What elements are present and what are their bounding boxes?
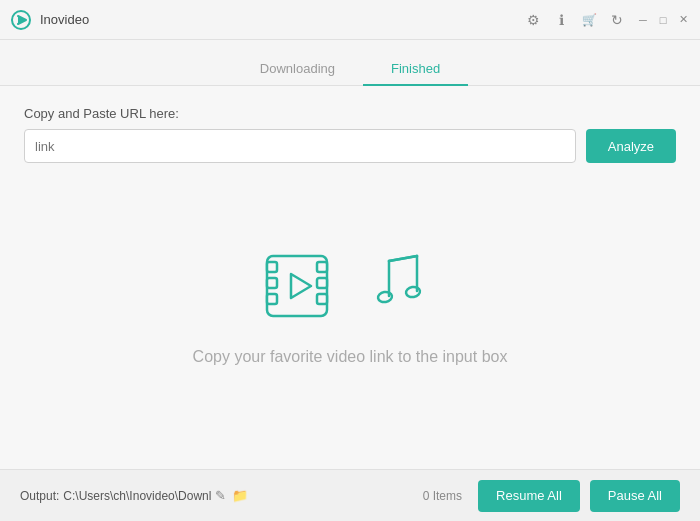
tab-finished[interactable]: Finished: [363, 53, 468, 86]
url-input[interactable]: [24, 129, 576, 163]
app-logo: [10, 9, 32, 31]
folder-icon[interactable]: 📁: [232, 488, 248, 503]
output-icon-group: ✎ 📁: [215, 488, 248, 503]
empty-state-icon: [263, 246, 437, 326]
svg-rect-4: [267, 294, 277, 304]
resume-all-button[interactable]: Resume All: [478, 480, 580, 512]
status-bar: Output: C:\Users\ch\Inovideo\Downl ✎ 📁 0…: [0, 469, 700, 521]
main-content: Copy and Paste URL here: Analyze: [0, 86, 700, 469]
refresh-icon[interactable]: ↻: [608, 11, 626, 29]
svg-rect-3: [267, 278, 277, 288]
titlebar-icon-group: ⚙ ℹ 🛒 ↻: [524, 11, 626, 29]
info-icon[interactable]: ℹ: [552, 11, 570, 29]
empty-state-text: Copy your favorite video link to the inp…: [193, 348, 508, 366]
status-buttons: Resume All Pause All: [478, 480, 680, 512]
edit-path-icon[interactable]: ✎: [215, 488, 226, 503]
items-count: 0 Items: [423, 489, 462, 503]
svg-point-13: [377, 291, 393, 303]
url-label: Copy and Paste URL here:: [24, 106, 676, 121]
empty-state: Copy your favorite video link to the inp…: [24, 163, 676, 469]
svg-rect-2: [267, 262, 277, 272]
tab-downloading[interactable]: Downloading: [232, 53, 363, 86]
svg-line-12: [389, 256, 417, 261]
url-section: Copy and Paste URL here: Analyze: [24, 106, 676, 163]
output-path: C:\Users\ch\Inovideo\Downl: [63, 489, 211, 503]
output-label: Output:: [20, 489, 59, 503]
window-controls: ─ □ ✕: [636, 13, 690, 27]
maximize-button[interactable]: □: [656, 13, 670, 27]
svg-rect-7: [317, 294, 327, 304]
url-row: Analyze: [24, 129, 676, 163]
close-button[interactable]: ✕: [676, 13, 690, 27]
app-title: Inovideo: [40, 12, 524, 27]
svg-rect-6: [317, 278, 327, 288]
svg-point-14: [405, 286, 421, 298]
svg-rect-5: [317, 262, 327, 272]
svg-marker-8: [291, 274, 311, 298]
minimize-button[interactable]: ─: [636, 13, 650, 27]
cart-icon[interactable]: 🛒: [580, 11, 598, 29]
settings-icon[interactable]: ⚙: [524, 11, 542, 29]
tabs-bar: Downloading Finished: [0, 40, 700, 86]
analyze-button[interactable]: Analyze: [586, 129, 676, 163]
title-bar: Inovideo ⚙ ℹ 🛒 ↻ ─ □ ✕: [0, 0, 700, 40]
pause-all-button[interactable]: Pause All: [590, 480, 680, 512]
